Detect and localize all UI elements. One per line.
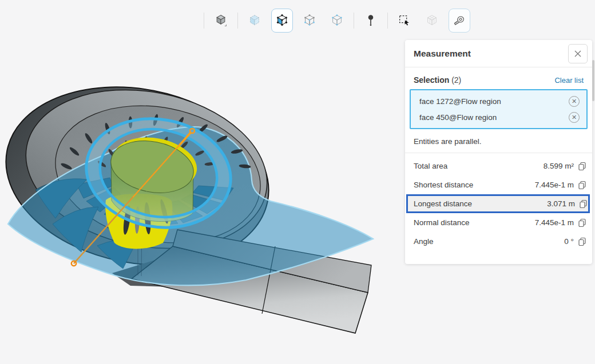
view-highlight-cube-button[interactable] [271, 9, 293, 33]
result-label: Shortest distance [414, 181, 473, 189]
measure-tape-button[interactable] [449, 9, 470, 33]
selection-title: Selection (2) [414, 75, 461, 85]
copy-icon [578, 181, 586, 190]
vertices-cube-icon [303, 13, 316, 28]
result-label: Longest distance [414, 199, 472, 208]
panel-title: Measurement [414, 49, 471, 59]
result-row-longest-distance: Longest distance 3.071 m [406, 194, 590, 213]
app-window: Measurement Selection (2) Clear list fac… [0, 0, 595, 364]
result-label: Angle [414, 237, 434, 246]
measure-tape-icon [453, 13, 466, 29]
result-row-shortest-distance: Shortest distance 7.445e-1 m [405, 175, 592, 194]
view-transparent-cube-button[interactable] [244, 9, 265, 33]
result-label: Total area [414, 162, 447, 170]
copy-button[interactable] [578, 237, 586, 246]
selection-item-label: face 450@Flow region [419, 113, 497, 122]
selection-item[interactable]: face 450@Flow region ✕ [411, 109, 586, 125]
pattern-cube-icon [425, 13, 439, 28]
measurement-panel: Measurement Selection (2) Clear list fac… [405, 40, 592, 264]
toolbar-divider [387, 13, 388, 29]
close-button[interactable] [568, 44, 588, 63]
copy-button[interactable] [578, 181, 586, 190]
copy-button[interactable] [579, 199, 588, 209]
result-row-total-area: Total area 8.599 m² [405, 157, 592, 175]
copy-icon [579, 199, 588, 209]
copy-button[interactable] [578, 162, 586, 171]
view-toolbar [204, 7, 470, 34]
result-value: 7.445e-1 m [535, 181, 574, 189]
copy-icon [578, 218, 586, 227]
copy-button[interactable] [578, 218, 586, 227]
result-value: 7.445e-1 m [535, 218, 574, 227]
pattern-cube-button [421, 9, 443, 33]
selection-count: (2) [451, 75, 461, 85]
box-select-button[interactable] [394, 9, 415, 33]
selection-label: Selection [414, 75, 449, 85]
solid-cube-icon [214, 12, 228, 29]
copy-icon [578, 162, 586, 171]
probe-point-button[interactable] [360, 9, 382, 33]
probe-point-icon [364, 13, 378, 28]
selection-item[interactable]: face 1272@Flow region ✕ [411, 93, 586, 109]
selection-header: Selection (2) Clear list [405, 67, 592, 89]
toolbar-divider [354, 13, 354, 29]
close-icon [574, 50, 582, 58]
result-label: Normal distance [414, 218, 470, 227]
transparent-cube-icon [248, 13, 261, 28]
result-value: 8.599 m² [544, 162, 574, 170]
result-value: 0 ° [564, 237, 574, 246]
result-value: 3.071 m [547, 199, 575, 208]
toolbar-divider [237, 13, 238, 29]
parallel-status-text: Entities are parallel. [405, 129, 592, 153]
view-solid-cube-button[interactable] [210, 9, 232, 33]
view-vertices-cube-button[interactable] [299, 9, 320, 33]
result-row-angle: Angle 0 ° [405, 232, 592, 251]
view-corners-cube-button[interactable] [326, 9, 348, 33]
copy-icon [578, 237, 586, 246]
highlight-cube-icon [275, 13, 289, 28]
clear-list-link[interactable]: Clear list [554, 76, 584, 85]
toolbar-divider [204, 13, 204, 29]
remove-selection-button[interactable]: ✕ [569, 112, 580, 123]
selection-list: face 1272@Flow region ✕ face 450@Flow re… [410, 89, 588, 129]
scrollbar-thumb[interactable] [592, 60, 594, 101]
results-list: Total area 8.599 m² Shortest distance 7.… [405, 153, 592, 251]
result-row-normal-distance: Normal distance 7.445e-1 m [405, 213, 592, 232]
box-select-icon [398, 13, 411, 28]
panel-header: Measurement [405, 40, 592, 67]
selection-item-label: face 1272@Flow region [419, 97, 501, 106]
corners-cube-icon [330, 13, 344, 28]
remove-selection-button[interactable]: ✕ [569, 96, 580, 107]
